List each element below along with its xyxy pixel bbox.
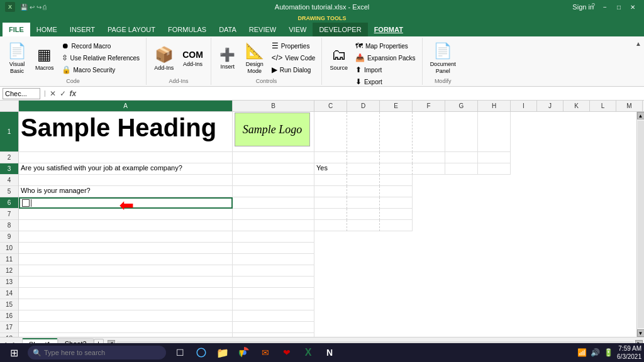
cell-h1[interactable] xyxy=(478,112,511,152)
cell-g2[interactable] xyxy=(445,152,478,163)
import-button[interactable]: ⬆ Import xyxy=(353,64,418,75)
cell-e4[interactable] xyxy=(380,175,413,186)
col-header-h[interactable]: H xyxy=(478,101,511,111)
cell-d6[interactable] xyxy=(347,197,380,209)
tab-review[interactable]: REVIEW xyxy=(243,23,282,36)
cell-a14[interactable] xyxy=(19,288,233,299)
cell-a15[interactable] xyxy=(19,299,233,310)
macro-security-button[interactable]: 🔒 Macro Security xyxy=(59,64,143,75)
cell-f3[interactable] xyxy=(413,163,445,175)
tab-formulas[interactable]: FORMULAS xyxy=(162,23,213,36)
export-button[interactable]: ⬇ Export xyxy=(353,76,418,87)
cell-g3[interactable] xyxy=(445,163,478,175)
cell-f1[interactable] xyxy=(413,112,445,152)
row-header-6[interactable]: 6 xyxy=(0,197,18,209)
cell-c6[interactable] xyxy=(314,197,347,209)
cell-d8[interactable] xyxy=(347,220,380,231)
chrome-icon[interactable] xyxy=(235,344,253,361)
excel-taskbar-icon[interactable]: X xyxy=(299,344,317,361)
cell-b15[interactable] xyxy=(233,299,314,310)
row-header-12[interactable]: 12 xyxy=(0,265,18,277)
design-mode-button[interactable]: 📐 DesignMode xyxy=(242,40,268,77)
cell-b8[interactable] xyxy=(233,220,314,231)
tab-developer[interactable]: DEVELOPER xyxy=(313,23,367,36)
cell-a2[interactable] xyxy=(19,152,233,163)
cell-c8[interactable] xyxy=(314,220,347,231)
cell-e1[interactable] xyxy=(380,112,413,152)
cell-c4[interactable] xyxy=(314,175,347,186)
cell-b6[interactable] xyxy=(233,197,314,209)
cell-e5[interactable] xyxy=(380,186,413,197)
insert-button[interactable]: ➕ Insert xyxy=(215,40,240,77)
row-header-8[interactable]: 8 xyxy=(0,220,18,231)
row-header-5[interactable]: 5 xyxy=(0,186,18,197)
col-header-k[interactable]: K xyxy=(564,101,590,111)
file-explorer-icon[interactable]: 📁 xyxy=(214,344,231,361)
clock[interactable]: 7:59 AM 6/3/2021 xyxy=(617,344,641,361)
cell-d2[interactable] xyxy=(347,152,380,163)
record-macro-button[interactable]: ⏺ Record Macro xyxy=(59,40,143,52)
row-header-13[interactable]: 13 xyxy=(0,277,18,288)
cell-c3[interactable]: Yes xyxy=(314,163,347,175)
addins-button[interactable]: 📦 Add-Ins xyxy=(150,40,177,77)
name-box[interactable] xyxy=(3,88,40,99)
cell-a3[interactable]: Are you satisfied with your job at examp… xyxy=(19,163,233,175)
document-panel-button[interactable]: 📄 DocumentPanel xyxy=(426,40,460,77)
com-addins-button[interactable]: COM Add-Ins xyxy=(179,40,207,77)
col-header-d[interactable]: D xyxy=(347,101,380,111)
close-button[interactable]: ✕ xyxy=(626,3,639,11)
minimize-button[interactable]: − xyxy=(599,3,611,11)
start-button[interactable]: ⊞ xyxy=(3,344,25,361)
cell-d5[interactable] xyxy=(347,186,380,197)
cell-e8[interactable] xyxy=(380,220,413,231)
col-header-j[interactable]: J xyxy=(537,101,564,111)
cell-b16[interactable] xyxy=(233,310,314,322)
insert-function-icon[interactable]: fx xyxy=(70,89,77,98)
cell-f2[interactable] xyxy=(413,152,445,163)
view-code-button[interactable]: </> View Code xyxy=(269,52,318,63)
row-header-16[interactable]: 16 xyxy=(0,310,18,322)
search-bar[interactable]: 🔍 Type here to search xyxy=(28,346,166,359)
cell-b7[interactable] xyxy=(233,209,314,220)
cell-e6[interactable] xyxy=(380,197,413,209)
row-header-10[interactable]: 10 xyxy=(0,243,18,254)
cell-b11[interactable] xyxy=(233,254,314,265)
cell-b10[interactable] xyxy=(233,243,314,254)
vertical-scrollbar[interactable]: ▲ ▼ xyxy=(636,112,644,337)
tab-home[interactable]: HOME xyxy=(30,23,64,36)
volume-icon[interactable]: 🔊 xyxy=(589,348,601,357)
cell-e7[interactable] xyxy=(380,209,413,220)
cell-d3[interactable] xyxy=(347,163,380,175)
cell-d7[interactable] xyxy=(347,209,380,220)
cell-b4[interactable] xyxy=(233,175,314,186)
col-header-a[interactable]: A xyxy=(19,101,233,111)
cell-d4[interactable] xyxy=(347,175,380,186)
tab-insert[interactable]: INSERT xyxy=(64,23,101,36)
row-header-17[interactable]: 17 xyxy=(0,322,18,333)
cell-b2[interactable] xyxy=(233,152,314,163)
edge-icon[interactable] xyxy=(192,344,210,361)
cell-a18[interactable] xyxy=(19,333,233,337)
cell-a8[interactable] xyxy=(19,220,233,231)
cell-b14[interactable] xyxy=(233,288,314,299)
row-header-3[interactable]: 3 xyxy=(0,163,18,175)
cell-a11[interactable] xyxy=(19,254,233,265)
task-view-icon[interactable]: ☐ xyxy=(171,344,189,361)
row-header-14[interactable]: 14 xyxy=(0,288,18,299)
tab-view[interactable]: VIEW xyxy=(282,23,313,36)
ribbon-collapse-button[interactable]: ▲ xyxy=(633,38,644,85)
run-dialog-button[interactable]: ▶ Run Dialog xyxy=(269,64,318,75)
cell-c1[interactable] xyxy=(314,112,347,152)
tab-page-layout[interactable]: PAGE LAYOUT xyxy=(101,23,162,36)
unknown-icon[interactable]: ❤ xyxy=(278,344,296,361)
formula-input[interactable] xyxy=(79,89,641,98)
cell-a10[interactable] xyxy=(19,243,233,254)
tab-data[interactable]: DATA xyxy=(213,23,243,36)
cell-a9[interactable] xyxy=(19,231,233,243)
properties-button[interactable]: ☰ Properties xyxy=(269,40,318,52)
cell-b18[interactable] xyxy=(233,333,314,337)
mail-icon[interactable]: ✉ xyxy=(257,344,274,361)
sign-in[interactable]: Sign in xyxy=(572,0,594,14)
col-header-g[interactable]: G xyxy=(445,101,478,111)
cell-e2[interactable] xyxy=(380,152,413,163)
